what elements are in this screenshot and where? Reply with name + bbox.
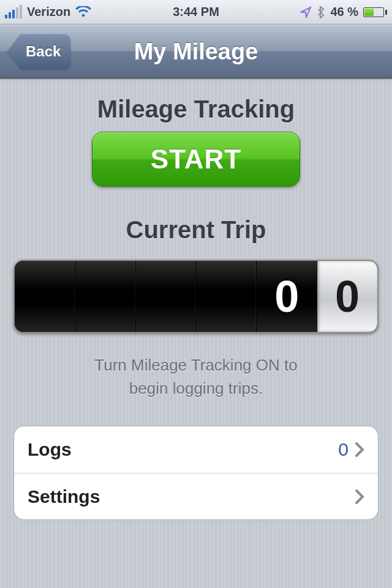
- hint-line: begin logging trips.: [129, 379, 263, 398]
- current-trip-heading: Current Trip: [13, 216, 379, 244]
- menu-item-logs[interactable]: Logs 0: [14, 426, 378, 473]
- signal-icon: [5, 6, 22, 18]
- main: Mileage Tracking START Current Trip 0 0 …: [0, 78, 392, 588]
- odometer-digit: 0: [257, 261, 317, 332]
- odometer-digit: [75, 261, 136, 332]
- chevron-right-icon: [355, 489, 364, 505]
- odometer: 0 0: [13, 260, 379, 333]
- menu-item-settings[interactable]: Settings: [14, 473, 378, 519]
- tracking-heading: Mileage Tracking: [13, 96, 379, 123]
- battery-icon: [363, 7, 387, 17]
- odometer-digit: [196, 261, 257, 332]
- location-icon: [300, 6, 312, 18]
- wifi-icon: [75, 6, 91, 18]
- odometer-digit: [136, 261, 197, 332]
- nav-bar: Back My Mileage: [0, 24, 392, 78]
- odometer-tenths: 0: [317, 261, 377, 332]
- logs-count: 0: [338, 439, 349, 460]
- bluetooth-icon: [317, 6, 325, 19]
- odometer-digit: [15, 261, 75, 332]
- chevron-right-icon: [355, 442, 364, 458]
- page-title: My Mileage: [134, 39, 258, 65]
- carrier-label: Verizon: [27, 5, 70, 19]
- start-button[interactable]: START: [92, 132, 300, 187]
- back-label: Back: [26, 43, 61, 60]
- back-arrow-icon: [7, 34, 21, 69]
- menu-label: Logs: [28, 439, 338, 460]
- status-left: Verizon: [5, 5, 91, 19]
- status-bar: Verizon 3:44 PM 46 %: [0, 0, 392, 24]
- menu-label: Settings: [28, 486, 355, 507]
- tracking-hint: Turn Mileage Tracking ON to begin loggin…: [13, 354, 379, 400]
- battery-pct: 46 %: [330, 5, 358, 19]
- menu-list: Logs 0 Settings: [13, 426, 379, 520]
- back-button[interactable]: Back: [7, 34, 70, 69]
- hint-line: Turn Mileage Tracking ON to: [94, 356, 297, 374]
- status-right: 46 %: [300, 5, 387, 19]
